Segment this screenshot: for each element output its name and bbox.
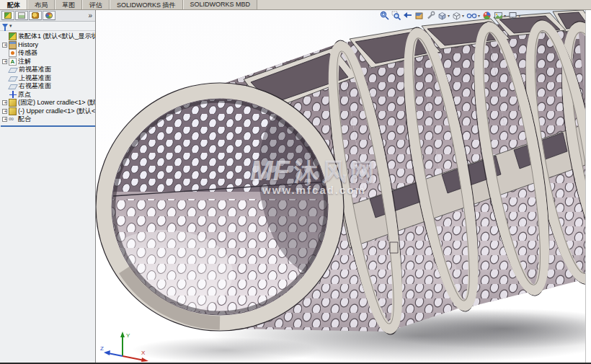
zoom-to-fit-icon — [380, 11, 389, 20]
component-icon — [9, 107, 17, 115]
tree-item-annotations[interactable]: 注解 — [1, 58, 95, 66]
dropdown-arrow-icon[interactable]: ▾ — [504, 13, 506, 18]
z-axis-arrow — [104, 350, 110, 355]
filter-dropdown-arrow[interactable]: ▾ — [9, 23, 12, 29]
tab-layout[interactable]: 布局 — [27, 0, 55, 9]
dimxpertmanager-tab[interactable] — [43, 11, 55, 20]
edit-appearance-icon — [482, 11, 492, 20]
view-orientation-button[interactable]: ▾ — [437, 11, 450, 20]
featuremanager-panel: » ▾ 装配体1 (默认<默认_显示状态-1>) History 传感器 注解 … — [0, 10, 96, 363]
hide-show-items-button[interactable]: ▾ — [466, 11, 480, 20]
edit-appearance-button[interactable] — [482, 11, 492, 20]
feature-tree-icon — [4, 12, 12, 19]
featuremanager-tab-strip: » — [0, 10, 95, 22]
display-style-button[interactable]: ▾ — [452, 11, 464, 20]
tree-item-origin[interactable]: 原点 — [1, 91, 95, 99]
graphics-viewport[interactable]: MF沐风网 www.mfcad.com ▾ ▾ ▾ ▾ ▾ Y X Z — [96, 10, 585, 363]
zoom-to-area-icon — [391, 11, 401, 20]
tree-item-history[interactable]: History — [1, 41, 95, 50]
y-axis-label: Y — [126, 332, 130, 339]
task-pane-edge[interactable] — [585, 10, 591, 363]
x-axis-label: X — [141, 350, 146, 356]
assembly-icon — [9, 32, 17, 40]
expand-plus-icon[interactable] — [2, 117, 7, 122]
featuremanager-tab[interactable] — [1, 11, 14, 20]
tree-item-right-plane[interactable]: 右视基准面 — [1, 82, 95, 91]
tree-item-assembly-root[interactable]: 装配体1 (默认<默认_显示状态-1>) — [1, 32, 95, 41]
tree-item-front-plane[interactable]: 前视基准面 — [1, 66, 95, 74]
tab-evaluate[interactable]: 评估 — [82, 0, 110, 9]
previous-view-icon — [403, 11, 412, 20]
reference-triad: Y X Z — [99, 327, 157, 363]
tab-solidworks-addins[interactable]: SOLIDWORKS 插件 — [110, 0, 183, 9]
section-view-icon — [414, 11, 424, 20]
hide-show-items-icon — [466, 11, 477, 20]
feature-tree: 装配体1 (默认<默认_显示状态-1>) History 传感器 注解 前视基准… — [0, 31, 95, 127]
sensors-icon — [9, 49, 17, 57]
tree-item-top-plane[interactable]: 上视基准面 — [1, 74, 95, 83]
component-icon — [9, 99, 17, 107]
configuration-manager-icon — [32, 12, 39, 19]
zoom-to-area-button[interactable] — [391, 11, 401, 20]
dropdown-arrow-icon[interactable]: ▾ — [462, 13, 464, 18]
tree-item-lower-cradle[interactable]: (固定) Lower cradle<1> (默认 — [1, 99, 95, 107]
reference-plane-icon — [8, 68, 18, 73]
reference-plane-icon — [8, 76, 18, 81]
previous-view-button[interactable] — [403, 11, 412, 20]
expand-plus-icon[interactable] — [2, 109, 7, 114]
tree-item-sensors[interactable]: 传感器 — [1, 49, 95, 58]
section-view-button[interactable] — [414, 11, 424, 20]
x-axis-arrow — [141, 358, 148, 362]
tree-splitter[interactable] — [1, 125, 95, 127]
apply-scene-icon — [494, 11, 503, 20]
tab-sketch[interactable]: 草图 — [55, 0, 82, 9]
heads-up-view-toolbar: ▾ ▾ ▾ ▾ ▾ — [380, 11, 520, 20]
view-settings-button[interactable]: ▾ — [508, 11, 520, 20]
zoom-to-fit-button[interactable] — [380, 11, 389, 20]
reference-plane-icon — [8, 84, 18, 89]
apply-scene-button[interactable]: ▾ — [494, 11, 506, 20]
dynamic-annotation-icon — [426, 11, 435, 20]
mates-icon — [9, 115, 17, 123]
dropdown-arrow-icon[interactable]: ▾ — [478, 13, 480, 18]
z-axis-label: Z — [100, 345, 104, 352]
tab-solidworks-mbd[interactable]: SOLIDWORKS MBD — [183, 0, 258, 9]
drum-model[interactable] — [96, 10, 585, 364]
history-folder-icon — [9, 41, 17, 49]
view-settings-icon — [508, 11, 517, 20]
origin-icon — [9, 91, 17, 99]
expand-plus-icon[interactable] — [2, 59, 7, 64]
tree-item-upper-cradle[interactable]: (-) Upper cradle<1> (默认<< — [1, 107, 95, 116]
command-manager-tabbar: 配体 布局 草图 评估 SOLIDWORKS 插件 SOLIDWORKS MBD — [0, 0, 591, 10]
tree-item-mates[interactable]: 配合 — [1, 115, 95, 124]
y-axis-arrow — [120, 332, 125, 337]
annotations-icon — [9, 58, 17, 66]
view-orientation-icon — [437, 11, 447, 20]
expand-plus-icon[interactable] — [2, 43, 7, 48]
appearance-manager-icon — [45, 12, 53, 19]
filter-funnel-icon[interactable] — [2, 24, 8, 28]
property-manager-icon — [18, 12, 25, 19]
drum-body — [96, 10, 585, 339]
dropdown-arrow-icon[interactable]: ▾ — [448, 13, 450, 18]
expand-plus-icon[interactable] — [2, 100, 7, 105]
tree-filter-row: ▾ — [0, 22, 95, 31]
dynamic-annotation-button[interactable] — [426, 11, 435, 20]
propertymanager-tab[interactable] — [15, 11, 28, 20]
configurationmanager-tab[interactable] — [29, 11, 42, 20]
panel-overflow-chevron[interactable]: » — [88, 12, 94, 19]
dropdown-arrow-icon[interactable]: ▾ — [518, 13, 520, 18]
ring-latch — [390, 242, 398, 253]
tab-assembly[interactable]: 配体 — [0, 0, 27, 9]
display-style-icon — [452, 11, 461, 20]
